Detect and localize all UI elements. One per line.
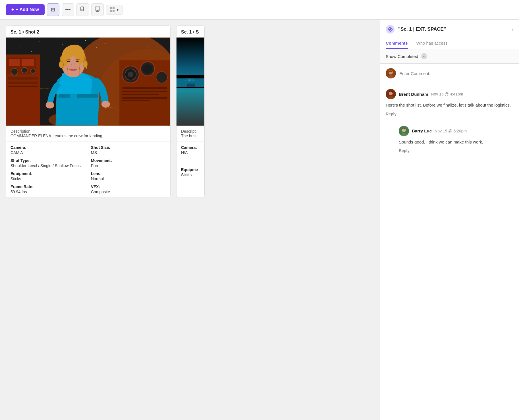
shot-type-label: Shot Type: xyxy=(11,158,85,163)
shot-1-desc-label: Description: xyxy=(11,129,32,134)
barry-avatar xyxy=(399,126,409,136)
svg-rect-28 xyxy=(8,77,38,80)
svg-point-10 xyxy=(62,44,63,45)
shot-card-1: Sc. 1 • Shot 2 xyxy=(6,25,171,198)
comment-input-field[interactable] xyxy=(399,71,513,76)
shot-1-image xyxy=(6,38,170,126)
svg-rect-50 xyxy=(70,94,77,98)
svg-point-52 xyxy=(101,101,110,108)
svg-rect-6 xyxy=(113,10,115,12)
checkmark-icon xyxy=(422,54,426,59)
svg-rect-41 xyxy=(122,97,167,99)
shot-1-details: Camera: CAM A Shot Size: MS Shot Type: S… xyxy=(6,142,170,197)
more-options-button[interactable]: ••• xyxy=(62,3,74,16)
detail-frame-rate: Frame Rate: 59.94 fps xyxy=(11,184,85,194)
add-new-button[interactable]: + + Add New xyxy=(6,4,45,15)
current-user-avatar-image xyxy=(386,68,396,78)
svg-rect-4 xyxy=(113,7,115,9)
svg-point-27 xyxy=(31,69,35,73)
equipment-value: Sticks xyxy=(11,176,85,181)
svg-point-11 xyxy=(85,40,86,41)
svg-rect-2 xyxy=(95,7,100,10)
movement-label: Movement: xyxy=(91,158,166,163)
detail-shot-type: Shot Type: Shoulder Level / Single / Sha… xyxy=(11,158,85,168)
lens-value: Normal xyxy=(91,176,166,181)
comment-1-author: Brent Dunham xyxy=(399,92,428,97)
show-completed-bar: Show Completed xyxy=(380,49,519,64)
brent-avatar-image xyxy=(386,89,396,99)
svg-point-47 xyxy=(59,61,63,68)
shot-2-details: Camera: N/A Shot Typ Deep Foc Equipme St… xyxy=(177,142,204,190)
svg-point-36 xyxy=(143,64,152,73)
view-dropdown-button[interactable]: ▾ xyxy=(106,5,123,15)
svg-rect-29 xyxy=(8,82,38,84)
reply-1-reply-button[interactable]: Reply xyxy=(399,148,410,153)
camera-value: CAM A xyxy=(11,150,85,155)
detail-vfx: VFX: Composite xyxy=(91,184,166,194)
shots-grid: Sc. 1 • Shot 2 xyxy=(6,25,374,198)
shot-2-header: Sc. 1 • S xyxy=(177,26,204,38)
svg-rect-23 xyxy=(9,59,20,66)
shot-1-header: Sc. 1 • Shot 2 xyxy=(6,26,170,38)
export-button[interactable] xyxy=(91,3,104,16)
detail-shot-size: Shot Size: MS xyxy=(91,145,166,155)
barry-avatar-image xyxy=(399,126,409,136)
svg-point-34 xyxy=(128,72,134,77)
comments-list: Brent Dunham Nov 15 @ 4:41pm Here's the … xyxy=(380,83,519,420)
comments-header: "Sc. 1 | EXT. SPACE" › xyxy=(380,20,519,34)
toolbar: + + Add New ⊞ ••• PDF xyxy=(0,0,519,20)
tab-comments[interactable]: Comments xyxy=(386,38,408,49)
grid-view-button[interactable]: ⊞ xyxy=(47,3,59,16)
tab-who-has-access[interactable]: Who has access xyxy=(416,38,448,49)
svg-rect-42 xyxy=(122,100,151,101)
grid-icon: ⊞ xyxy=(51,7,55,13)
show-completed-toggle[interactable] xyxy=(421,53,427,59)
shot-2-desc-label: Descripti xyxy=(181,129,196,134)
vfx-label: VFX: xyxy=(91,184,166,189)
shot-1-desc-text: COMMANDER ELENA, readies the crew for la… xyxy=(11,134,103,138)
export-icon xyxy=(95,6,100,13)
show-completed-label: Show Completed xyxy=(386,54,418,59)
pdf-button[interactable]: PDF xyxy=(76,3,89,16)
comment-input-area xyxy=(380,64,519,83)
brent-avatar xyxy=(386,89,396,99)
comment-1-body: Here's the shot list. Before we finalize… xyxy=(386,102,513,109)
svg-point-16 xyxy=(51,49,52,49)
tab-comments-label: Comments xyxy=(386,41,408,45)
reply-1-meta: Barry Luc Nov 15 @ 5:20pm xyxy=(399,126,513,136)
chevron-right-icon[interactable]: › xyxy=(512,26,513,32)
layout-icon xyxy=(110,7,115,13)
svg-point-25 xyxy=(11,68,18,75)
shot-2-equipment: Equipme Sticks xyxy=(181,167,198,186)
plus-icon: + xyxy=(11,7,14,12)
svg-rect-39 xyxy=(122,91,167,92)
shot-2-desc-text: The bust xyxy=(181,134,196,138)
comment-thread-1: Brent Dunham Nov 15 @ 4:41pm Here's the … xyxy=(380,83,519,159)
lens-label: Lens: xyxy=(91,171,166,176)
svg-point-15 xyxy=(31,51,32,52)
reply-1-time: Nov 15 @ 5:20pm xyxy=(435,129,467,133)
storyboard-panel: Sc. 1 • Shot 2 xyxy=(0,20,380,420)
reply-1-author: Barry Luc xyxy=(412,128,432,133)
more-icon: ••• xyxy=(65,7,71,13)
svg-rect-57 xyxy=(186,84,195,87)
shot-2-illustration xyxy=(177,38,204,126)
svg-rect-49 xyxy=(58,94,98,98)
detail-lens: Lens: Normal xyxy=(91,171,166,181)
app-icon xyxy=(386,25,395,34)
pdf-icon: PDF xyxy=(80,6,86,13)
svg-point-8 xyxy=(20,46,20,46)
comment-1-reply-button[interactable]: Reply xyxy=(386,112,396,116)
svg-point-48 xyxy=(83,61,88,67)
svg-rect-38 xyxy=(122,87,167,89)
comments-panel: "Sc. 1 | EXT. SPACE" › Comments Who has … xyxy=(380,20,519,420)
camera-label: Camera: xyxy=(11,145,85,150)
svg-point-51 xyxy=(46,102,54,109)
svg-text:PDF: PDF xyxy=(81,9,84,10)
shot-2-camera: Camera: N/A xyxy=(181,145,198,164)
shot-2-description: Descripti The bust xyxy=(177,126,204,142)
scene-title: "Sc. 1 | EXT. SPACE" xyxy=(398,26,508,32)
shot-2-frame-rate: Frame R 120 fps xyxy=(204,167,205,186)
shot-2-image xyxy=(177,38,204,126)
shot-size-value: MS xyxy=(91,150,166,155)
